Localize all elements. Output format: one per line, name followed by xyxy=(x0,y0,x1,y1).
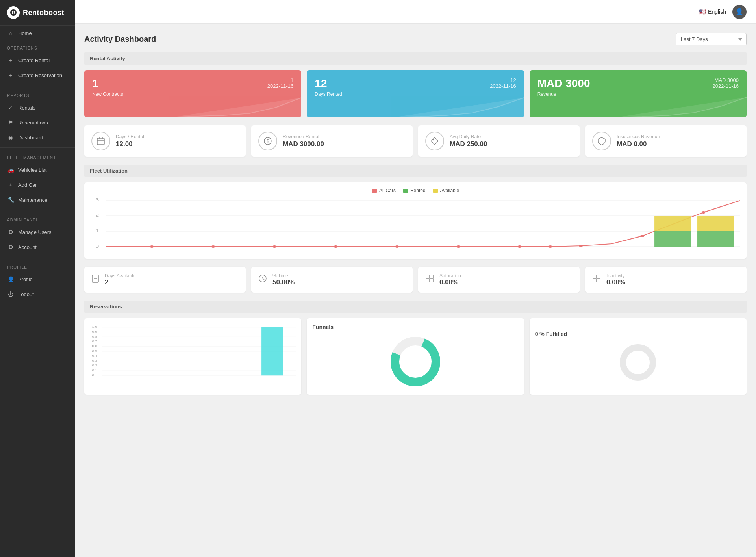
sidebar-label-create-rental: Create Rental xyxy=(18,58,50,63)
legend-available: Available xyxy=(433,188,459,193)
contracts-date: 12022-11-16 xyxy=(267,77,294,90)
legend-dot-all xyxy=(372,189,377,193)
funnels-title: Funnels xyxy=(312,324,334,330)
plus-icon-car: + xyxy=(7,181,14,188)
main-content: 🇺🇸 English 👤 Activity Dashboard Last 7 D… xyxy=(75,0,756,557)
stat-revenue-rental: $ Revenue / Rental MAD 3000.00 xyxy=(251,125,413,157)
gear-icon-account: ⚙ xyxy=(7,243,14,251)
fleet-stat-saturation: Saturation 0.00% xyxy=(418,267,580,293)
stat-label-avg-daily: Avg Daily Rate xyxy=(450,134,487,139)
svg-text:0.7: 0.7 xyxy=(92,340,97,343)
sidebar-label-account: Account xyxy=(18,244,37,250)
svg-rect-46 xyxy=(593,275,596,278)
svg-point-24 xyxy=(395,245,399,248)
sidebar-item-account[interactable]: ⚙ Account xyxy=(0,240,75,254)
gear-icon-users: ⚙ xyxy=(7,228,14,236)
funnels-donut-svg xyxy=(388,334,443,389)
fleet-stats: Days Available 2 % Time 50.00% xyxy=(84,267,747,293)
fleet-utilization-header: Fleet Utilization xyxy=(84,165,747,177)
sidebar-item-home[interactable]: ⌂ Home xyxy=(0,26,75,41)
date-filter[interactable]: Last 7 Days Last 14 Days Last 30 Days La… xyxy=(676,33,747,45)
stat-label-revenue-rental: Revenue / Rental xyxy=(283,134,324,139)
logout-icon: ⏻ xyxy=(7,291,14,298)
svg-text:0.5: 0.5 xyxy=(92,349,97,353)
svg-point-77 xyxy=(628,352,648,373)
page-title: Activity Dashboard xyxy=(84,35,156,44)
sidebar-label-reservations: Reservations xyxy=(18,120,48,126)
chart-legend: All Cars Rented Available xyxy=(91,188,740,193)
stat-value-insurances: MAD 0.00 xyxy=(617,140,660,148)
plus-icon-rental: + xyxy=(7,57,14,64)
svg-text:1.0: 1.0 xyxy=(92,325,97,329)
logo-icon: R xyxy=(7,6,20,19)
sidebar-item-manage-users[interactable]: ⚙ Manage Users xyxy=(0,225,75,240)
plus-icon-reservation: + xyxy=(7,72,14,79)
flag-icon: 🇺🇸 xyxy=(699,9,706,15)
fleet-stat-value-sat: 0.00% xyxy=(439,278,461,286)
sidebar-label-manage-users: Manage Users xyxy=(18,229,52,235)
stat-info-insurances: Insurances Revenue MAD 0.00 xyxy=(617,134,660,148)
fleet-stat-pct-time: % Time 50.00% xyxy=(251,267,413,293)
sidebar-item-create-reservation[interactable]: + Create Reservation xyxy=(0,68,75,83)
svg-point-23 xyxy=(334,245,337,248)
svg-point-29 xyxy=(640,235,644,237)
svg-point-22 xyxy=(272,245,276,248)
svg-rect-48 xyxy=(593,279,596,282)
sidebar-item-profile[interactable]: 👤 Profile xyxy=(0,272,75,287)
contracts-value1: 1 xyxy=(92,77,98,90)
language-label: English xyxy=(708,9,726,15)
fleet-chart-container: All Cars Rented Available 3 2 1 xyxy=(84,182,747,259)
svg-rect-5 xyxy=(97,138,104,145)
svg-point-21 xyxy=(211,245,215,248)
clock-icon xyxy=(258,274,267,285)
sidebar-item-vehicles-list[interactable]: 🚗 Vehicles List xyxy=(0,162,75,177)
section-reports: Reports xyxy=(0,88,75,100)
stat-value-revenue-rental: MAD 3000.00 xyxy=(283,140,324,148)
sidebar-label-rentals: Rentals xyxy=(18,105,35,111)
fleet-stat-value-pct: 50.00% xyxy=(272,278,295,286)
sidebar-item-logout[interactable]: ⏻ Logout xyxy=(0,287,75,302)
fleet-stat-inactivity: Inactivity 0.00% xyxy=(585,267,747,293)
fleet-chart-svg: 3 2 1 0 xyxy=(91,197,740,252)
stat-avg-daily: Avg Daily Rate MAD 250.00 xyxy=(418,125,580,157)
sidebar-item-add-car[interactable]: + Add Car xyxy=(0,177,75,192)
sidebar-item-create-rental[interactable]: + Create Rental xyxy=(0,53,75,68)
user-avatar[interactable]: 👤 xyxy=(732,5,747,19)
reservations-bar-chart-card: 1.0 0.9 0.8 0.7 0.6 0.5 0.4 0.3 0.2 0.1 … xyxy=(84,318,301,395)
res-bar-svg: 1.0 0.9 0.8 0.7 0.6 0.5 0.4 0.3 0.2 0.1 … xyxy=(90,324,296,379)
language-selector[interactable]: 🇺🇸 English xyxy=(699,9,726,15)
fulfilled-card: 0 % Fulfilled xyxy=(530,318,747,395)
stat-insurances: Insurances Revenue MAD 0.00 xyxy=(585,125,747,157)
shield-icon xyxy=(592,132,611,150)
doc-icon xyxy=(91,274,99,285)
days-date: 122022-11-16 xyxy=(490,77,516,90)
legend-all-cars: All Cars xyxy=(372,188,396,193)
sidebar-label-profile: Profile xyxy=(18,277,33,282)
home-icon: ⌂ xyxy=(7,30,14,37)
svg-point-20 xyxy=(150,245,154,248)
dollar-icon: $ xyxy=(258,132,277,150)
funnels-card: Funnels xyxy=(307,318,524,395)
svg-text:0.6: 0.6 xyxy=(92,344,97,348)
card-top-contracts: 1 12022-11-16 xyxy=(92,77,293,90)
tag-icon xyxy=(425,132,444,150)
dashboard-icon: ◉ xyxy=(7,134,14,141)
date-filter-select[interactable]: Last 7 Days Last 14 Days Last 30 Days La… xyxy=(676,33,747,45)
fleet-stat-info-days: Days Available 2 xyxy=(105,273,136,286)
days-chart xyxy=(394,96,524,117)
sidebar-item-dashboard[interactable]: ◉ Dashboard xyxy=(0,130,75,145)
fleet-stat-info-sat: Saturation 0.00% xyxy=(439,273,461,286)
sidebar-item-reservations[interactable]: ⚑ Reservations xyxy=(0,115,75,130)
stat-value-days-rental: 12.00 xyxy=(116,140,144,148)
fleet-stat-label-pct: % Time xyxy=(272,273,295,278)
rental-card-new-contracts: 1 12022-11-16 New Contracts xyxy=(84,70,301,117)
sidebar-item-rentals[interactable]: ✓ Rentals xyxy=(0,100,75,115)
avatar-icon: 👤 xyxy=(736,8,743,15)
svg-rect-44 xyxy=(426,279,429,282)
svg-text:3: 3 xyxy=(95,198,99,202)
fleet-stat-info-pct: % Time 50.00% xyxy=(272,273,295,286)
fleet-stat-label-sat: Saturation xyxy=(439,273,461,278)
fleet-stat-days-available: Days Available 2 xyxy=(84,267,246,293)
svg-point-28 xyxy=(579,245,583,247)
sidebar-item-maintenance[interactable]: 🔧 Maintenance xyxy=(0,192,75,207)
